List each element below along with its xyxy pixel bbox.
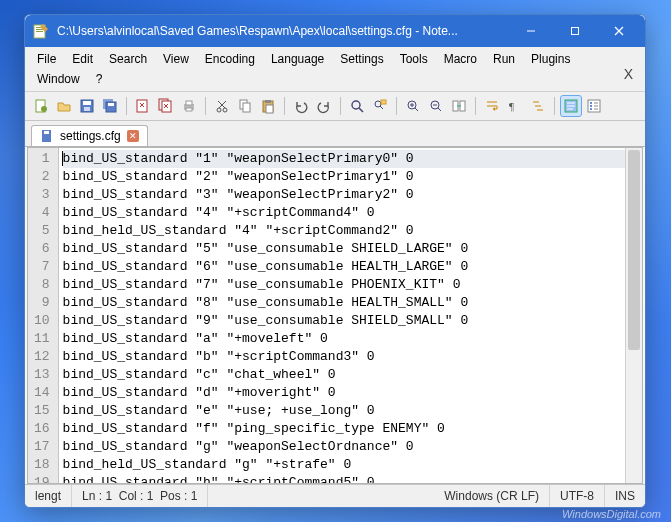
svg-point-9 — [41, 106, 47, 112]
svg-point-62 — [590, 108, 592, 110]
code-line[interactable]: bind_US_standard "h" "+scriptCommand5" 0 — [63, 474, 638, 483]
tab-close-icon[interactable]: ✕ — [127, 130, 139, 142]
toolbar-separator — [284, 97, 285, 115]
menu-macro[interactable]: Macro — [436, 49, 485, 69]
line-number: 13 — [34, 366, 50, 384]
all-chars-icon[interactable]: ¶ — [505, 96, 525, 116]
status-line: Ln : 1 — [82, 489, 112, 503]
close-button[interactable] — [597, 17, 641, 45]
code-line[interactable]: bind_US_standard "e" "+use; +use_long" 0 — [63, 402, 638, 420]
minimize-button[interactable] — [509, 17, 553, 45]
svg-line-38 — [380, 106, 383, 109]
svg-rect-33 — [265, 100, 271, 103]
replace-icon[interactable] — [370, 96, 390, 116]
svg-rect-34 — [266, 105, 273, 113]
code-line[interactable]: bind_US_standard "d" "+moveright" 0 — [63, 384, 638, 402]
titlebar[interactable]: C:\Users\alvinlocal\Saved Games\Respawn\… — [25, 15, 645, 47]
wordwrap-icon[interactable] — [482, 96, 502, 116]
menu-encoding[interactable]: Encoding — [197, 49, 263, 69]
svg-line-28 — [219, 101, 226, 108]
svg-point-27 — [223, 108, 227, 112]
vertical-scrollbar[interactable] — [625, 148, 642, 483]
find-icon[interactable] — [347, 96, 367, 116]
svg-rect-67 — [44, 131, 49, 134]
code-line[interactable]: bind_US_standard "f" "ping_specific_type… — [63, 420, 638, 438]
close-file-icon[interactable] — [133, 96, 153, 116]
line-number: 19 — [34, 474, 50, 484]
menu-search[interactable]: Search — [101, 49, 155, 69]
file-tab[interactable]: settings.cfg ✕ — [31, 125, 148, 146]
close-all-icon[interactable] — [156, 96, 176, 116]
menu-window[interactable]: Window — [29, 69, 88, 89]
line-number: 5 — [34, 222, 50, 240]
svg-rect-2 — [36, 29, 43, 30]
menu-plugins[interactable]: Plugins — [523, 49, 578, 69]
menu-help[interactable]: ? — [88, 69, 111, 89]
code-line[interactable]: bind_US_standard "g" "weaponSelectOrdnan… — [63, 438, 638, 456]
code-line[interactable]: bind_US_standard "b" "+scriptCommand3" 0 — [63, 348, 638, 366]
sync-scroll-icon[interactable] — [449, 96, 469, 116]
indent-guide-icon[interactable] — [528, 96, 548, 116]
svg-line-29 — [218, 101, 225, 108]
code-line[interactable]: bind_US_standard "8" "use_consumable HEA… — [63, 294, 638, 312]
svg-line-36 — [359, 108, 363, 112]
scrollbar-thumb[interactable] — [628, 150, 640, 350]
maximize-button[interactable] — [553, 17, 597, 45]
code-line[interactable]: bind_US_standard "6" "use_consumable HEA… — [63, 258, 638, 276]
menu-run[interactable]: Run — [485, 49, 523, 69]
menu-tools[interactable]: Tools — [392, 49, 436, 69]
svg-point-60 — [590, 102, 592, 104]
menubar-close-icon[interactable]: X — [620, 66, 637, 82]
svg-rect-25 — [186, 108, 192, 111]
code-area[interactable]: bind_US_standard "1" "weaponSelectPrimar… — [59, 148, 642, 483]
save-icon[interactable] — [77, 96, 97, 116]
svg-rect-31 — [243, 103, 250, 112]
line-number: 18 — [34, 456, 50, 474]
undo-icon[interactable] — [291, 96, 311, 116]
line-number: 15 — [34, 402, 50, 420]
print-icon[interactable] — [179, 96, 199, 116]
menu-settings[interactable]: Settings — [332, 49, 391, 69]
code-line[interactable]: bind_US_standard "2" "weaponSelectPrimar… — [63, 168, 638, 186]
menu-file[interactable]: File — [29, 49, 64, 69]
open-file-icon[interactable] — [54, 96, 74, 116]
cut-icon[interactable] — [212, 96, 232, 116]
menu-view[interactable]: View — [155, 49, 197, 69]
code-line[interactable]: bind_held_US_standard "g" "+strafe" 0 — [63, 456, 638, 474]
toolbar-separator — [396, 97, 397, 115]
tabstrip: settings.cfg ✕ — [25, 121, 645, 147]
file-icon — [40, 129, 54, 143]
svg-rect-11 — [83, 101, 91, 105]
code-line[interactable]: bind_US_standard "c" "chat_wheel" 0 — [63, 366, 638, 384]
code-line[interactable]: bind_US_standard "9" "use_consumable SHI… — [63, 312, 638, 330]
line-number: 1 — [34, 150, 50, 168]
code-line[interactable]: bind_US_standard "3" "weaponSelectPrimar… — [63, 186, 638, 204]
svg-line-43 — [415, 108, 418, 111]
redo-icon[interactable] — [314, 96, 334, 116]
code-line[interactable]: bind_US_standard "7" "use_consumable PHO… — [63, 276, 638, 294]
doc-map-icon[interactable] — [561, 96, 581, 116]
zoom-in-icon[interactable] — [403, 96, 423, 116]
editor[interactable]: 123456789101112131415161718192021 bind_U… — [27, 147, 643, 484]
paste-icon[interactable] — [258, 96, 278, 116]
new-file-icon[interactable] — [31, 96, 51, 116]
status-encoding: UTF-8 — [550, 485, 605, 507]
code-line[interactable]: bind_US_standard "5" "use_consumable SHI… — [63, 240, 638, 258]
code-line[interactable]: bind_held_US_standard "4" "+scriptComman… — [63, 222, 638, 240]
notepadpp-window: C:\Users\alvinlocal\Saved Games\Respawn\… — [24, 14, 646, 508]
code-line[interactable]: bind_US_standard "a" "+moveleft" 0 — [63, 330, 638, 348]
save-all-icon[interactable] — [100, 96, 120, 116]
line-number: 9 — [34, 294, 50, 312]
code-line[interactable]: bind_US_standard "1" "weaponSelectPrimar… — [63, 150, 638, 168]
svg-line-46 — [438, 108, 441, 111]
menubar: FileEditSearchViewEncodingLanguageSettin… — [25, 47, 645, 92]
menu-edit[interactable]: Edit — [64, 49, 101, 69]
menu-language[interactable]: Language — [263, 49, 332, 69]
status-pos: Pos : 1 — [160, 489, 197, 503]
line-number: 11 — [34, 330, 50, 348]
status-eol: Windows (CR LF) — [434, 485, 550, 507]
copy-icon[interactable] — [235, 96, 255, 116]
zoom-out-icon[interactable] — [426, 96, 446, 116]
function-list-icon[interactable] — [584, 96, 604, 116]
code-line[interactable]: bind_US_standard "4" "+scriptCommand4" 0 — [63, 204, 638, 222]
